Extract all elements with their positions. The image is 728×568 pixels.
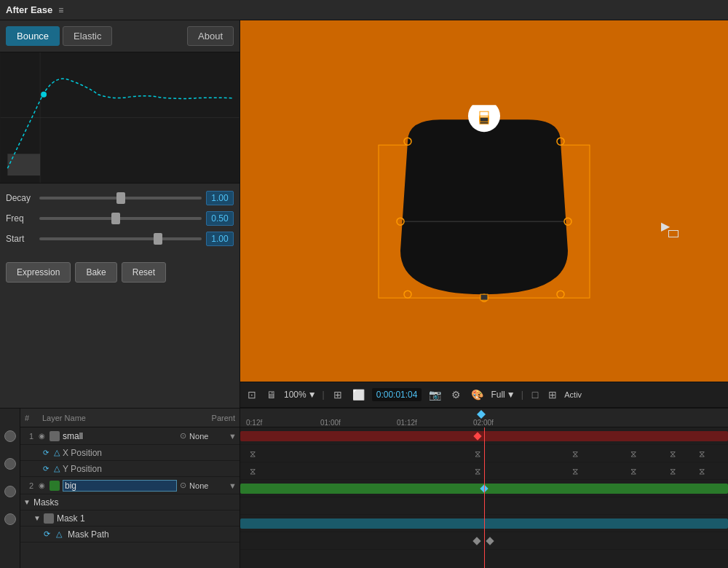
layer-name-big[interactable]: big: [63, 480, 177, 492]
region-icon[interactable]: ⬜: [349, 387, 368, 402]
solo-btn-small[interactable]: [4, 430, 16, 442]
kf-xpos-2[interactable]: ⧖: [475, 449, 480, 459]
elastic-button[interactable]: Elastic: [63, 26, 112, 46]
monitor-icon[interactable]: 🖥: [264, 387, 280, 402]
layer-color-2: [50, 481, 60, 491]
layer-parent-1: None: [189, 432, 226, 441]
mask1-name: Mask 1: [57, 513, 85, 524]
comp-icon[interactable]: □: [529, 387, 541, 402]
mask1-arrow[interactable]: ▼: [33, 514, 41, 522]
fit-icon[interactable]: ⊡: [245, 387, 259, 402]
preview-toolbar: ⊡ 🖥 100% ▼ | ⊞ ⬜ 0:00:01:04 📷 ⚙ 🎨 Full ▼…: [240, 382, 728, 408]
solo-btn-big[interactable]: [4, 513, 16, 525]
ruler-1-00: 01:00f: [320, 419, 341, 427]
layer-num-2: 2: [23, 481, 33, 490]
main-layout: Bounce Elastic About: [0, 20, 728, 568]
xpos-icon: △: [54, 448, 60, 457]
timeline-scroller: [0, 409, 20, 568]
kf-ypos-1[interactable]: ⧖: [250, 466, 256, 476]
preview-area: ▶: [240, 20, 728, 382]
ypos-icon: △: [54, 464, 60, 473]
transform-icon[interactable]: ⊞: [331, 387, 345, 402]
bounce-button[interactable]: Bounce: [6, 26, 60, 46]
layer-header: # Layer Name Parent: [20, 409, 240, 427]
cursor-rect: [668, 230, 678, 237]
start-label: Start: [6, 234, 35, 244]
expression-button[interactable]: Expression: [6, 262, 71, 283]
bake-button[interactable]: Bake: [75, 262, 116, 283]
layer-name-small: small: [63, 431, 177, 441]
kf-ypos-5[interactable]: ⧖: [670, 466, 676, 476]
kf-ypos-2[interactable]: ⧖: [475, 466, 480, 476]
start-slider[interactable]: [39, 237, 202, 240]
solo-btn-ypos[interactable]: [4, 486, 16, 497]
layer-row-ypos: ⟳ △ Y Position: [20, 461, 240, 477]
kf-xpos-6[interactable]: ⧖: [699, 449, 705, 459]
freq-value[interactable]: 0.50: [206, 211, 234, 226]
layer-name-xpos: X Position: [63, 448, 237, 458]
snapshot-icon[interactable]: 📷: [426, 387, 444, 402]
start-value[interactable]: 1.00: [206, 232, 234, 246]
ruler-0-12: 0:12f: [246, 419, 262, 427]
layer-vis-1[interactable]: ◉: [36, 432, 47, 440]
about-button[interactable]: About: [187, 26, 234, 46]
kf-xpos-1[interactable]: ⧖: [250, 449, 256, 459]
kf-ypos-6[interactable]: ⧖: [699, 466, 705, 476]
activ-label: Activ: [564, 390, 582, 399]
ruler-2-00: 02:00f: [473, 419, 494, 427]
timeline-section: # Layer Name Parent 1 ◉ small ⊙ None ▼ ⟳…: [0, 408, 728, 568]
button-row: Bounce Elastic About: [0, 20, 240, 52]
header-name: Layer Name: [42, 414, 205, 422]
freq-slider[interactable]: [39, 217, 202, 220]
kf-maskpath-2[interactable]: [486, 537, 494, 545]
maskpath-kf-group: [474, 538, 493, 544]
layer-vis-xpos[interactable]: ⟳: [41, 449, 51, 457]
masks-row: ▼ Masks: [20, 494, 240, 510]
menu-icon[interactable]: ≡: [58, 5, 63, 15]
mask1-color: [44, 513, 54, 524]
layer-parent-2: None: [189, 481, 226, 490]
decay-row: Decay 1.00: [6, 191, 234, 205]
masks-label: Masks: [33, 497, 59, 508]
kf-ypos-3[interactable]: ⧖: [572, 466, 578, 476]
kf-xpos-3[interactable]: ⧖: [572, 449, 578, 459]
kf-xpos-5[interactable]: ⧖: [670, 449, 676, 459]
parent-arrow-1[interactable]: ▼: [229, 432, 237, 441]
app-title: After Ease: [6, 4, 52, 15]
left-panel: Bounce Elastic About: [0, 20, 240, 408]
zoom-value: 100%: [284, 390, 306, 400]
top-bar: After Ease ≡: [0, 0, 728, 20]
freq-row: Freq 0.50: [6, 211, 234, 226]
solo-btn-xpos[interactable]: [4, 458, 16, 470]
masks-arrow[interactable]: ▼: [23, 498, 31, 506]
svg-rect-17: [480, 294, 488, 300]
layer-vis-ypos[interactable]: ⟳: [41, 465, 51, 473]
layer-vis-2[interactable]: ◉: [36, 481, 47, 489]
zoom-control[interactable]: 100% ▼: [284, 390, 317, 400]
graph-canvas: [0, 52, 240, 183]
header-parent: Parent: [212, 414, 235, 422]
sliders-area: Decay 1.00 Freq 0.50 Start 1.00: [0, 184, 240, 259]
layer-color-1: [50, 431, 60, 441]
quality-control[interactable]: Full ▼: [491, 390, 515, 400]
decay-slider[interactable]: [39, 197, 202, 200]
color-icon[interactable]: 🎨: [468, 387, 486, 402]
parent-arrow-2[interactable]: ▼: [229, 481, 237, 490]
decay-value[interactable]: 1.00: [206, 191, 234, 205]
grid-icon[interactable]: ⊞: [545, 387, 560, 402]
kf-xpos-4[interactable]: ⧖: [630, 449, 636, 459]
start-row: Start 1.00: [6, 232, 234, 246]
current-time[interactable]: 0:00:01:04: [372, 388, 422, 401]
layer-row-big[interactable]: 2 ◉ big ⊙ None ▼: [20, 477, 240, 494]
reset-button[interactable]: Reset: [122, 262, 166, 283]
action-buttons: Expression Bake Reset: [0, 259, 240, 290]
sep2: |: [521, 390, 523, 400]
layer-num-1: 1: [23, 432, 33, 441]
pot-shape: [368, 105, 601, 318]
kf-ypos-4[interactable]: ⧖: [630, 466, 636, 476]
kf-maskpath-1[interactable]: [472, 537, 480, 545]
layer-row-small[interactable]: 1 ◉ small ⊙ None ▼: [20, 427, 240, 445]
effect-icon[interactable]: ⚙: [448, 387, 464, 402]
maskpath-vis[interactable]: ⟳: [44, 529, 50, 539]
parent-icon-1: ⊙: [180, 431, 186, 441]
